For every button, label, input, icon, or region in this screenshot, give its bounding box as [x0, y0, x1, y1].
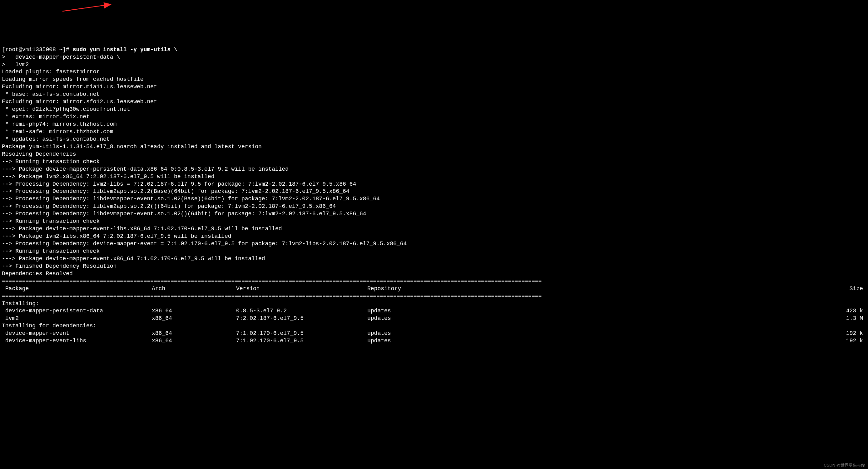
cell-ver: 7:2.02.187-6.el7_9.5: [236, 315, 367, 322]
command-text: sudo yum install -y yum-utils \: [73, 46, 178, 53]
arrow-annotation-icon: [61, 2, 114, 12]
terminal-line: --> Processing Dependency: liblvm2app.so…: [0, 203, 868, 210]
cell-size: 192 k: [455, 330, 866, 337]
table-row: device-mapper-eventx86_647:1.02.170-6.el…: [0, 330, 868, 337]
terminal-line: ---> Package device-mapper-event.x86_64 …: [0, 255, 868, 263]
terminal-line: --> Finished Dependency Resolution: [0, 263, 868, 270]
svg-line-1: [62, 4, 111, 11]
terminal-line: Excluding mirror: mirror.sfo12.us.leasew…: [0, 98, 868, 106]
cell-pkg: lvm2: [2, 315, 152, 322]
terminal-line: ========================================…: [0, 278, 868, 285]
col-size-header: Size: [455, 285, 866, 293]
col-ver-header: Version: [236, 285, 367, 293]
terminal-line: ---> Package lvm2.x86_64 7:2.02.187-6.el…: [0, 173, 868, 181]
table-row: lvm2x86_647:2.02.187-6.el7_9.5updates1.3…: [0, 315, 868, 322]
cell-size: 423 k: [455, 307, 866, 315]
terminal-line: > device-mapper-persistent-data \: [0, 54, 868, 61]
cell-arch: x86_64: [152, 315, 236, 322]
terminal-line: Installing for dependencies:: [0, 322, 868, 330]
cell-size: 192 k: [455, 337, 866, 345]
cell-repo: updates: [367, 307, 455, 315]
terminal-line: ---> Package device-mapper-persistent-da…: [0, 166, 868, 173]
prompt-line: [root@vmi1335008 ~]# sudo yum install -y…: [0, 46, 868, 54]
terminal-line: --> Processing Dependency: libdevmapper-…: [0, 195, 868, 203]
terminal-line: * base: asi-fs-s.contabo.net: [0, 91, 868, 98]
terminal-line: Loaded plugins: fastestmirror: [0, 68, 868, 76]
terminal-line: --> Processing Dependency: device-mapper…: [0, 240, 868, 248]
terminal-line: ---> Package lvm2-libs.x86_64 7:2.02.187…: [0, 233, 868, 240]
cell-repo: updates: [367, 337, 455, 345]
terminal-line: * remi-safe: mirrors.thzhost.com: [0, 128, 868, 136]
terminal-line: > lvm2: [0, 61, 868, 69]
col-pkg-header: Package: [2, 285, 152, 293]
terminal-line: --> Processing Dependency: liblvm2app.so…: [0, 188, 868, 195]
terminal-line: Installing:: [0, 300, 868, 308]
terminal-line: Excluding mirror: mirror.mia11.us.leasew…: [0, 83, 868, 91]
terminal-line: ========================================…: [0, 293, 868, 300]
terminal-line: Package yum-utils-1.1.31-54.el7_8.noarch…: [0, 143, 868, 151]
terminal-line: * updates: asi-fs-s.contabo.net: [0, 136, 868, 143]
table-header: PackageArchVersionRepositorySize: [0, 285, 868, 293]
table-row: device-mapper-persistent-datax86_640.8.5…: [0, 307, 868, 315]
terminal-line: Resolving Dependencies: [0, 151, 868, 158]
terminal-line: * extras: mirror.fcix.net: [0, 113, 868, 121]
cell-arch: x86_64: [152, 307, 236, 315]
terminal-line: --> Running transaction check: [0, 248, 868, 255]
cell-pkg: device-mapper-event: [2, 330, 152, 337]
terminal-output: [root@vmi1335008 ~]# sudo yum install -y…: [0, 46, 868, 345]
cell-size: 1.3 M: [455, 315, 866, 322]
cell-arch: x86_64: [152, 337, 236, 345]
cell-repo: updates: [367, 315, 455, 322]
cell-arch: x86_64: [152, 330, 236, 337]
terminal-line: --> Processing Dependency: libdevmapper-…: [0, 210, 868, 218]
terminal-line: --> Running transaction check: [0, 218, 868, 225]
cell-pkg: device-mapper-event-libs: [2, 337, 152, 345]
cell-repo: updates: [367, 330, 455, 337]
terminal-line: * epel: d2lzkl7pfhq30w.cloudfront.net: [0, 106, 868, 113]
table-row: device-mapper-event-libsx86_647:1.02.170…: [0, 337, 868, 345]
shell-prompt: [root@vmi1335008 ~]#: [2, 46, 73, 53]
terminal-line: ---> Package device-mapper-event-libs.x8…: [0, 225, 868, 233]
terminal-line: * remi-php74: mirrors.thzhost.com: [0, 121, 868, 128]
terminal-line: Loading mirror speeds from cached hostfi…: [0, 76, 868, 83]
col-repo-header: Repository: [367, 285, 455, 293]
terminal-line: Dependencies Resolved: [0, 270, 868, 278]
terminal-line: --> Processing Dependency: lvm2-libs = 7…: [0, 181, 868, 188]
cell-ver: 7:1.02.170-6.el7_9.5: [236, 330, 367, 337]
cell-pkg: device-mapper-persistent-data: [2, 307, 152, 315]
cell-ver: 7:1.02.170-6.el7_9.5: [236, 337, 367, 345]
terminal-line: --> Running transaction check: [0, 158, 868, 166]
col-arch-header: Arch: [152, 285, 236, 293]
cell-ver: 0.8.5-3.el7_9.2: [236, 307, 367, 315]
